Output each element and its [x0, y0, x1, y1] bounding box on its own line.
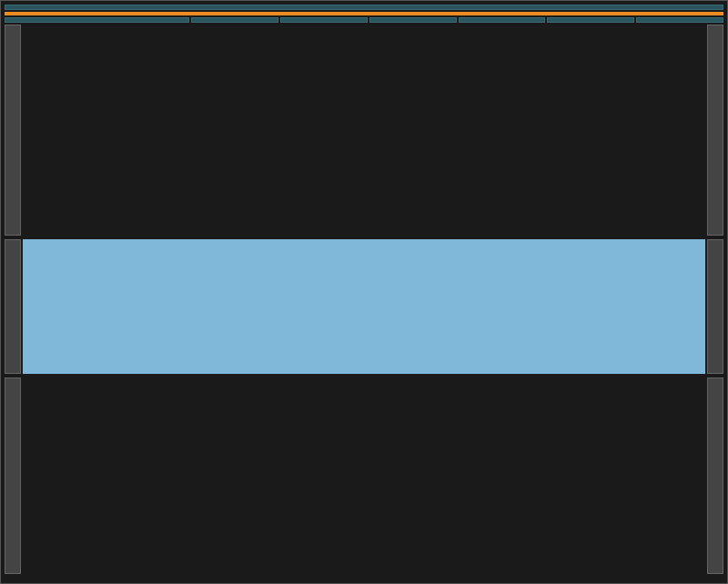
memory-controller-left-mid: [5, 239, 21, 374]
memory-controller-left-top: [5, 25, 21, 236]
memory-controller-right-top: [707, 25, 723, 236]
nvdec-3: [636, 17, 723, 23]
top-gpc-row: [23, 25, 705, 236]
l2-cache-section: [5, 239, 723, 374]
spacer-right: [543, 378, 705, 574]
nvdec-0: [369, 17, 457, 23]
memory-controller-right-mid: [707, 239, 723, 374]
nvenc-1: [280, 17, 368, 23]
nvenc-0: [191, 17, 278, 23]
spacer-left: [23, 378, 185, 574]
gpu-block-diagram: [0, 0, 728, 584]
gigathread-engine: [5, 12, 723, 15]
bottom-gpc-section: [5, 378, 723, 574]
l2-cache: [23, 239, 705, 374]
optical-flow-accelerator: [5, 17, 189, 23]
engine-row: [5, 17, 723, 23]
top-gpc-section: [5, 25, 723, 236]
nvdec-2: [547, 17, 634, 23]
bottom-gpc-row: [187, 378, 542, 574]
memory-controller-right-bottom: [707, 378, 723, 574]
pci-interface: [5, 5, 723, 10]
memory-controller-left-bottom: [5, 378, 21, 574]
nvdec-1: [459, 17, 546, 23]
